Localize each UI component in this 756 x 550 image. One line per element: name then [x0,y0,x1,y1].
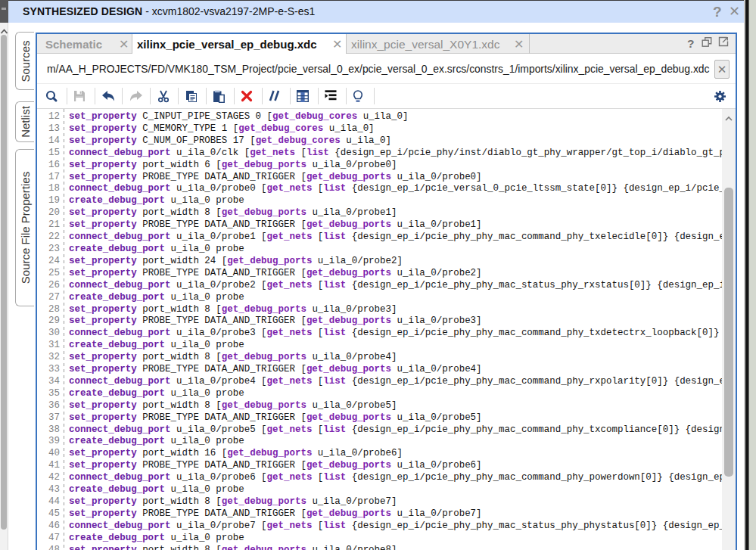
svg-text:?: ? [687,37,694,50]
